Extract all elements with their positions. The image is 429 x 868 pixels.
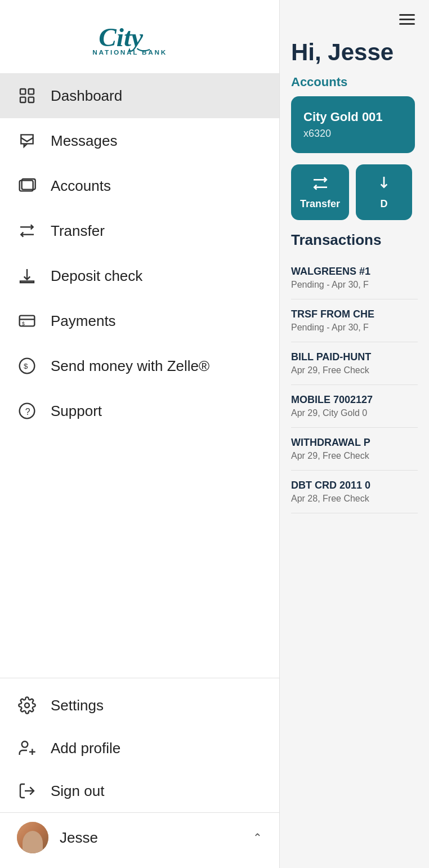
account-card[interactable]: City Gold 001 x6320 bbox=[291, 96, 415, 153]
hamburger-line-2 bbox=[399, 19, 415, 20]
sidebar-item-settings[interactable]: Settings bbox=[0, 684, 279, 727]
user-name: Jesse bbox=[60, 829, 242, 847]
avatar bbox=[17, 822, 48, 853]
accounts-section-label: Accounts bbox=[280, 75, 429, 96]
sidebar-item-label: Settings bbox=[51, 697, 104, 714]
sidebar-item-dashboard[interactable]: Dashboard bbox=[0, 73, 279, 118]
transfer-action-label: Transfer bbox=[300, 198, 340, 210]
sidebar-item-payments[interactable]: $ Payments bbox=[0, 298, 279, 343]
sidebar-item-label: Messages bbox=[51, 132, 118, 150]
chevron-up-icon: ⌃ bbox=[253, 831, 262, 844]
transaction-name: WALGREENS #1 bbox=[291, 266, 418, 278]
transaction-detail: Apr 29, Free Check bbox=[291, 365, 418, 375]
sidebar-item-label: Send money with Zelle® bbox=[51, 357, 209, 375]
greeting-text: Hi, Jesse bbox=[280, 33, 429, 75]
sign-out-icon bbox=[17, 781, 37, 801]
transaction-name: WITHDRAWAL P bbox=[291, 437, 418, 449]
transactions-section: Transactions WALGREENS #1 Pending - Apr … bbox=[280, 231, 429, 868]
sidebar-item-add-profile[interactable]: Add profile bbox=[0, 727, 279, 769]
transaction-item-1[interactable]: TRSF FROM CHE Pending - Apr 30, F bbox=[291, 299, 418, 342]
transaction-detail: Pending - Apr 30, F bbox=[291, 280, 418, 290]
support-icon: ? bbox=[17, 401, 37, 421]
sidebar-item-label: Accounts bbox=[51, 177, 111, 195]
sidebar-item-label: Dashboard bbox=[51, 87, 122, 105]
accounts-icon bbox=[17, 176, 37, 196]
hamburger-line-1 bbox=[399, 14, 415, 16]
account-card-number: x6320 bbox=[303, 128, 403, 140]
transaction-detail: Apr 29, Free Check bbox=[291, 451, 418, 461]
transaction-item-3[interactable]: MOBILE 7002127 Apr 29, City Gold 0 bbox=[291, 385, 418, 428]
svg-rect-5 bbox=[29, 97, 34, 102]
svg-text:City: City bbox=[99, 23, 144, 52]
account-card-name: City Gold 001 bbox=[303, 110, 403, 124]
svg-text:$: $ bbox=[22, 321, 25, 326]
svg-rect-3 bbox=[29, 89, 34, 94]
city-national-bank-logo: City NATIONAL BANK bbox=[83, 16, 196, 61]
transaction-name: BILL PAID-HUNT bbox=[291, 351, 418, 363]
dashboard-icon bbox=[17, 86, 37, 106]
sidebar-item-label: Sign out bbox=[51, 782, 104, 800]
user-profile-row[interactable]: Jesse ⌃ bbox=[0, 812, 279, 862]
transaction-item-4[interactable]: WITHDRAWAL P Apr 29, Free Check bbox=[291, 428, 418, 471]
sidebar-item-label: Transfer bbox=[51, 222, 105, 240]
hamburger-menu-button[interactable] bbox=[396, 11, 418, 28]
sidebar: City NATIONAL BANK Dashboard Messages bbox=[0, 0, 280, 868]
transaction-item-0[interactable]: WALGREENS #1 Pending - Apr 30, F bbox=[291, 257, 418, 299]
transfer-action-button[interactable]: Transfer bbox=[291, 164, 349, 220]
svg-text:?: ? bbox=[25, 407, 30, 417]
messages-icon bbox=[17, 131, 37, 151]
logo-area: City NATIONAL BANK bbox=[0, 0, 279, 73]
sidebar-item-accounts[interactable]: Accounts bbox=[0, 163, 279, 208]
accounts-scroll: City Gold 001 x6320 bbox=[280, 96, 429, 164]
deposit-action-icon bbox=[375, 175, 393, 193]
payments-icon: $ bbox=[17, 311, 37, 331]
main-nav: Dashboard Messages Accounts Transfer bbox=[0, 73, 279, 678]
svg-point-16 bbox=[22, 741, 28, 748]
deposit-icon bbox=[17, 266, 37, 286]
transactions-title: Transactions bbox=[291, 231, 418, 249]
avatar-image bbox=[17, 822, 48, 853]
transaction-name: TRSF FROM CHE bbox=[291, 308, 418, 320]
deposit-action-label: D bbox=[381, 198, 388, 210]
sidebar-item-label: Payments bbox=[51, 312, 116, 330]
main-header bbox=[280, 0, 429, 33]
sidebar-item-deposit-check[interactable]: Deposit check bbox=[0, 253, 279, 298]
hamburger-line-3 bbox=[399, 23, 415, 25]
transaction-name: DBT CRD 2011 0 bbox=[291, 480, 418, 491]
transaction-detail: Pending - Apr 30, F bbox=[291, 323, 418, 333]
transaction-detail: Apr 28, Free Check bbox=[291, 494, 418, 504]
main-content: Hi, Jesse Accounts City Gold 001 x6320 T… bbox=[280, 0, 429, 868]
svg-point-15 bbox=[25, 703, 29, 708]
deposit-action-button[interactable]: D bbox=[356, 164, 412, 220]
add-profile-icon bbox=[17, 738, 37, 758]
zelle-icon: $ bbox=[17, 356, 37, 376]
svg-text:$: $ bbox=[24, 362, 28, 370]
sidebar-item-label: Deposit check bbox=[51, 267, 142, 285]
sidebar-item-zelle[interactable]: $ Send money with Zelle® bbox=[0, 343, 279, 388]
sidebar-item-transfer[interactable]: Transfer bbox=[0, 208, 279, 253]
sidebar-item-messages[interactable]: Messages bbox=[0, 118, 279, 163]
sidebar-item-sign-out[interactable]: Sign out bbox=[0, 769, 279, 812]
svg-rect-4 bbox=[20, 97, 25, 102]
sidebar-bottom: Settings Add profile Sign out Jesse ⌃ bbox=[0, 678, 279, 868]
transaction-item-2[interactable]: BILL PAID-HUNT Apr 29, Free Check bbox=[291, 342, 418, 385]
settings-icon bbox=[17, 695, 37, 715]
transfer-icon bbox=[17, 221, 37, 241]
transfer-action-icon bbox=[311, 175, 329, 193]
sidebar-item-label: Support bbox=[51, 402, 102, 420]
action-buttons-row: Transfer D bbox=[280, 164, 429, 231]
transaction-item-5[interactable]: DBT CRD 2011 0 Apr 28, Free Check bbox=[291, 471, 418, 513]
transaction-detail: Apr 29, City Gold 0 bbox=[291, 408, 418, 418]
svg-rect-2 bbox=[20, 89, 25, 94]
sidebar-item-support[interactable]: ? Support bbox=[0, 388, 279, 433]
svg-text:NATIONAL   BANK: NATIONAL BANK bbox=[92, 48, 167, 56]
transaction-name: MOBILE 7002127 bbox=[291, 394, 418, 406]
sidebar-item-label: Add profile bbox=[51, 740, 120, 757]
